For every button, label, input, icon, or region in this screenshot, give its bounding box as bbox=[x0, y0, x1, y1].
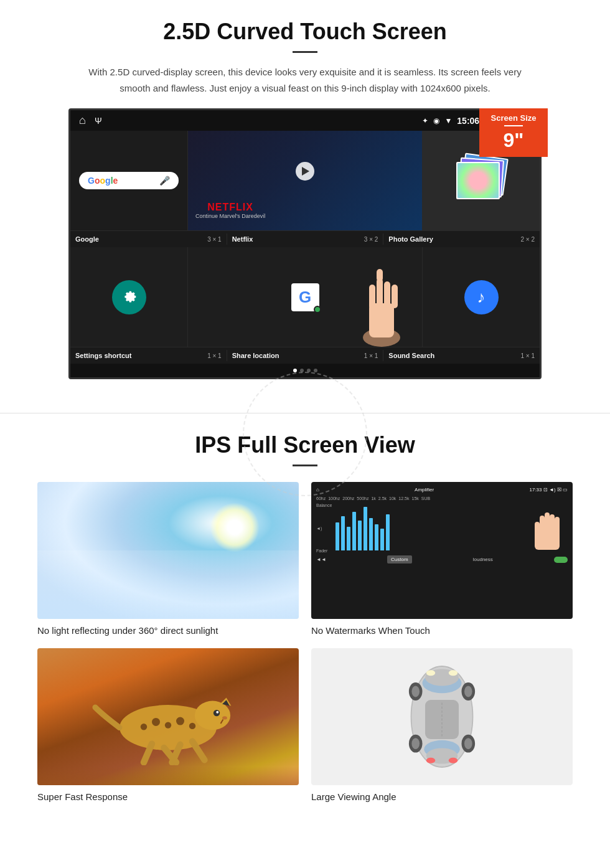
amp-title: Amplifier bbox=[415, 487, 434, 493]
cheetah-svg bbox=[87, 666, 249, 765]
car-topview-svg bbox=[395, 661, 489, 773]
badge-divider bbox=[504, 125, 523, 126]
flower-image bbox=[458, 163, 499, 198]
settings-icon-circle bbox=[112, 280, 146, 314]
app-row-1: Google 🎤 NETFLIX Continue Marvel's Dared… bbox=[70, 131, 540, 231]
car-visual bbox=[311, 648, 573, 785]
netflix-play-button[interactable] bbox=[296, 162, 314, 181]
sound-app-name: Sound Search bbox=[388, 352, 434, 359]
netflix-label: Netflix 3 × 2 bbox=[227, 234, 384, 245]
svg-rect-2 bbox=[369, 285, 375, 309]
eq-side-labels: Balance ◄) Fader bbox=[316, 503, 332, 553]
settings-app-cell[interactable] bbox=[70, 247, 188, 347]
svg-rect-4 bbox=[384, 281, 390, 308]
device-mockup: Screen Size 9" ✦ ◉ ▼ 15:06 ⊡ ◄) ☒ bbox=[68, 108, 542, 379]
wifi-icon: ▼ bbox=[444, 116, 452, 125]
netflix-logo-text: NETFLIX bbox=[195, 202, 265, 213]
light-rays bbox=[37, 550, 299, 619]
eq-bar-9 bbox=[380, 529, 384, 550]
section2-underline bbox=[293, 465, 317, 466]
hand-svg bbox=[530, 503, 561, 553]
cheetah-visual bbox=[37, 648, 299, 785]
loudness-label: loudness bbox=[473, 557, 493, 562]
sound-label: Sound Search 1 × 1 bbox=[383, 350, 540, 361]
mic-icon[interactable]: 🎤 bbox=[159, 176, 170, 186]
loudness-toggle[interactable] bbox=[554, 557, 568, 563]
eq-bar-3 bbox=[347, 527, 350, 550]
photo-card-front bbox=[456, 162, 500, 199]
cheetah-caption: Super Fast Response bbox=[37, 791, 299, 802]
svg-point-46 bbox=[449, 670, 458, 676]
section-ips: IPS Full Screen View No light reflecting… bbox=[0, 432, 610, 821]
status-time: 15:06 bbox=[457, 116, 479, 126]
google-label: Google 3 × 1 bbox=[70, 234, 227, 245]
google-app-name: Google bbox=[75, 235, 99, 243]
amplifier-feature-image: ⌂ Amplifier 17:33 ⊡ ◄) ☒ ▭ 60hz 100hz 20… bbox=[311, 482, 573, 619]
svg-point-14 bbox=[195, 701, 230, 730]
svg-point-18 bbox=[165, 722, 171, 728]
share-location-app-cell[interactable]: G bbox=[188, 247, 423, 347]
maps-icon: G bbox=[291, 283, 319, 311]
dot-3 bbox=[307, 369, 311, 372]
pagination-dots bbox=[70, 364, 540, 377]
google-app-size: 3 × 1 bbox=[207, 236, 222, 243]
car-feature-image bbox=[311, 648, 573, 785]
svg-rect-12 bbox=[535, 531, 560, 550]
touch-hand bbox=[530, 503, 568, 553]
section2-title: IPS Full Screen View bbox=[37, 432, 573, 458]
eq-bars bbox=[336, 503, 529, 553]
android-screen: ✦ ◉ ▼ 15:06 ⊡ ◄) ☒ ▭ Google bbox=[68, 108, 542, 379]
sunlight-feature-image bbox=[37, 482, 299, 619]
custom-btn[interactable]: Custom bbox=[387, 555, 412, 564]
status-bar: ✦ ◉ ▼ 15:06 ⊡ ◄) ☒ ▭ bbox=[70, 110, 540, 131]
gallery-label: Photo Gallery 2 × 2 bbox=[383, 234, 540, 245]
google-logo: Google bbox=[88, 176, 118, 186]
play-triangle bbox=[302, 167, 309, 176]
dot-4 bbox=[314, 369, 317, 372]
svg-point-39 bbox=[464, 686, 472, 697]
netflix-app-cell[interactable]: NETFLIX Continue Marvel's Daredevil bbox=[188, 131, 423, 230]
sound-search-app-cell[interactable] bbox=[423, 247, 540, 347]
badge-label: Screen Size bbox=[486, 113, 542, 123]
svg-point-17 bbox=[152, 718, 160, 726]
svg-rect-3 bbox=[377, 278, 383, 306]
netflix-app-size: 3 × 2 bbox=[364, 236, 378, 243]
feature-cheetah: Super Fast Response bbox=[37, 648, 299, 802]
google-search-bar[interactable]: Google 🎤 bbox=[79, 172, 179, 189]
home-icon[interactable] bbox=[79, 114, 86, 127]
amp-back-btn[interactable]: ◄◄ bbox=[316, 557, 326, 562]
svg-point-45 bbox=[426, 670, 435, 676]
dot-1 bbox=[293, 369, 297, 372]
screen-size-badge: Screen Size 9" bbox=[479, 108, 548, 157]
amp-header: ⌂ Amplifier 17:33 ⊡ ◄) ☒ ▭ bbox=[316, 487, 568, 493]
svg-point-41 bbox=[411, 738, 420, 749]
car-caption: Large Viewing Angle bbox=[311, 791, 573, 802]
svg-point-20 bbox=[141, 724, 147, 730]
features-grid: No light reflecting under 360° direct su… bbox=[37, 482, 573, 802]
dot-2 bbox=[300, 369, 304, 372]
bluetooth-icon: ✦ bbox=[422, 116, 428, 125]
svg-point-23 bbox=[216, 711, 218, 714]
feature-amplifier: ⌂ Amplifier 17:33 ⊡ ◄) ☒ ▭ 60hz 100hz 20… bbox=[311, 482, 573, 636]
eq-bar-4 bbox=[352, 512, 356, 550]
google-app-cell[interactable]: Google 🎤 bbox=[70, 131, 188, 230]
svg-point-43 bbox=[464, 738, 472, 749]
badge-size: 9" bbox=[486, 129, 542, 152]
gallery-app-size: 2 × 2 bbox=[520, 236, 535, 243]
eq-bar-7 bbox=[369, 518, 373, 550]
amplifier-visual: ⌂ Amplifier 17:33 ⊡ ◄) ☒ ▭ 60hz 100hz 20… bbox=[311, 482, 573, 619]
app-labels-row-1: Google 3 × 1 Netflix 3 × 2 Photo Gallery… bbox=[70, 231, 540, 247]
amp-footer: ◄◄ Custom loudness bbox=[316, 555, 568, 564]
sun-glow bbox=[210, 502, 260, 552]
app-labels-row-2: Settings shortcut 1 × 1 Share location 1… bbox=[70, 347, 540, 364]
section1-description: With 2.5D curved-display screen, this de… bbox=[87, 64, 523, 96]
eq-bar-6 bbox=[364, 507, 367, 550]
eq-bar-8 bbox=[375, 524, 378, 550]
amplifier-caption: No Watermarks When Touch bbox=[311, 625, 573, 636]
settings-app-size: 1 × 1 bbox=[207, 352, 222, 359]
section-divider bbox=[0, 413, 610, 413]
sunlight-caption: No light reflecting under 360° direct su… bbox=[37, 625, 299, 636]
section1-title: 2.5D Curved Touch Screen bbox=[37, 19, 573, 45]
share-app-name: Share location bbox=[232, 352, 279, 359]
netflix-app-name: Netflix bbox=[232, 235, 253, 243]
